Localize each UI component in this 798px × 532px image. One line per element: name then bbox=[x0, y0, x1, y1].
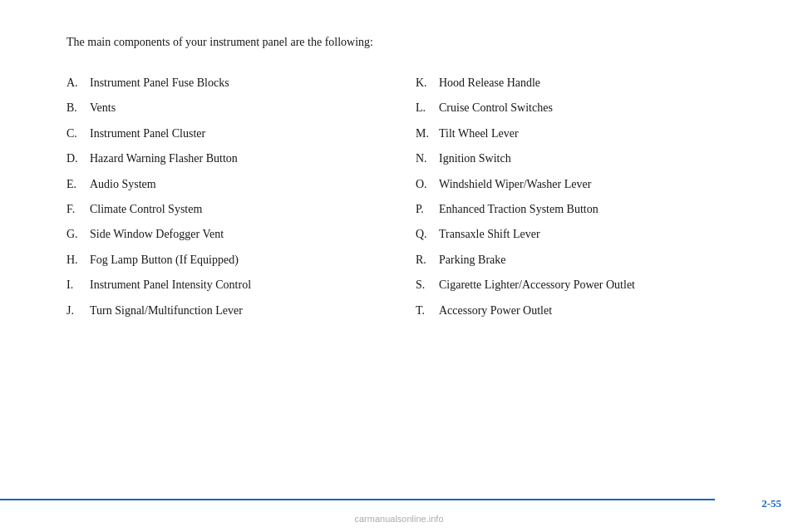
item-text: Hazard Warning Flasher Button bbox=[90, 150, 238, 168]
item-label: I. bbox=[66, 276, 90, 294]
list-item: B.Vents bbox=[66, 96, 382, 121]
list-item: T.Accessory Power Outlet bbox=[416, 298, 732, 323]
list-item: J.Turn Signal/Multifunction Lever bbox=[66, 298, 382, 323]
item-text: Instrument Panel Intensity Control bbox=[90, 276, 251, 294]
components-grid: A.Instrument Panel Fuse BlocksB.VentsC.I… bbox=[66, 71, 732, 323]
item-text: Transaxle Shift Lever bbox=[439, 225, 540, 244]
list-item: G.Side Window Defogger Vent bbox=[66, 222, 382, 247]
list-item: A.Instrument Panel Fuse Blocks bbox=[66, 71, 382, 96]
item-label: M. bbox=[416, 125, 439, 143]
item-text: Audio System bbox=[90, 175, 156, 194]
item-label: J. bbox=[66, 302, 90, 320]
list-item: H.Fog Lamp Button (If Equipped) bbox=[66, 248, 382, 273]
item-label: C. bbox=[66, 125, 90, 143]
item-text: Instrument Panel Cluster bbox=[90, 125, 205, 143]
item-text: Parking Brake bbox=[439, 251, 505, 269]
item-text: Hood Release Handle bbox=[439, 74, 540, 92]
page-container: The main components of your instrument p… bbox=[0, 0, 798, 532]
item-label: A. bbox=[66, 74, 90, 92]
list-item: M.Tilt Wheel Lever bbox=[416, 121, 732, 146]
item-label: T. bbox=[416, 302, 439, 320]
list-item: K.Hood Release Handle bbox=[416, 71, 732, 96]
item-text: Fog Lamp Button (If Equipped) bbox=[90, 251, 239, 269]
list-item: Q.Transaxle Shift Lever bbox=[416, 222, 732, 247]
list-item: D.Hazard Warning Flasher Button bbox=[66, 146, 382, 171]
list-item: E.Audio System bbox=[66, 172, 382, 197]
item-label: O. bbox=[416, 175, 439, 194]
item-label: B. bbox=[66, 99, 90, 117]
item-text: Cruise Control Switches bbox=[439, 99, 553, 117]
item-label: P. bbox=[416, 200, 439, 219]
list-item: N.Ignition Switch bbox=[416, 146, 732, 171]
item-text: Windshield Wiper/Washer Lever bbox=[439, 175, 591, 194]
list-item: F.Climate Control System bbox=[66, 197, 382, 222]
item-label: E. bbox=[66, 175, 90, 194]
page-number-box: 2-55 bbox=[761, 498, 781, 509]
item-text: Tilt Wheel Lever bbox=[439, 125, 519, 143]
item-label: H. bbox=[66, 251, 90, 269]
item-text: Enhanced Traction System Button bbox=[439, 200, 598, 219]
item-text: Cigarette Lighter/Accessory Power Outlet bbox=[439, 276, 635, 294]
item-text: Climate Control System bbox=[90, 200, 202, 219]
item-label: G. bbox=[66, 225, 90, 244]
item-label: L. bbox=[416, 99, 439, 117]
item-text: Vents bbox=[90, 99, 116, 117]
list-item: P.Enhanced Traction System Button bbox=[416, 197, 732, 222]
right-column: K.Hood Release HandleL.Cruise Control Sw… bbox=[416, 71, 732, 323]
page-number: 2-55 bbox=[761, 498, 781, 509]
item-text: Turn Signal/Multifunction Lever bbox=[90, 302, 243, 320]
list-item: O.Windshield Wiper/Washer Lever bbox=[416, 172, 732, 197]
item-label: S. bbox=[416, 276, 439, 294]
list-item: R.Parking Brake bbox=[416, 248, 732, 273]
item-text: Side Window Defogger Vent bbox=[90, 225, 224, 244]
list-item: S.Cigarette Lighter/Accessory Power Outl… bbox=[416, 273, 732, 298]
list-item: I.Instrument Panel Intensity Control bbox=[66, 273, 382, 298]
item-label: R. bbox=[416, 251, 439, 269]
item-label: N. bbox=[416, 150, 439, 168]
item-text: Accessory Power Outlet bbox=[439, 302, 552, 320]
item-label: K. bbox=[416, 74, 439, 92]
left-column: A.Instrument Panel Fuse BlocksB.VentsC.I… bbox=[66, 71, 382, 323]
list-item: C.Instrument Panel Cluster bbox=[66, 121, 382, 146]
item-label: D. bbox=[66, 150, 90, 168]
item-label: Q. bbox=[416, 225, 439, 244]
list-item: L.Cruise Control Switches bbox=[416, 96, 732, 121]
item-label: F. bbox=[66, 200, 90, 219]
item-text: Ignition Switch bbox=[439, 150, 511, 168]
intro-paragraph: The main components of your instrument p… bbox=[66, 33, 732, 51]
bottom-bar: 2-55 bbox=[0, 498, 798, 509]
item-text: Instrument Panel Fuse Blocks bbox=[90, 74, 229, 92]
watermark: carmanualsonline.info bbox=[354, 514, 443, 524]
